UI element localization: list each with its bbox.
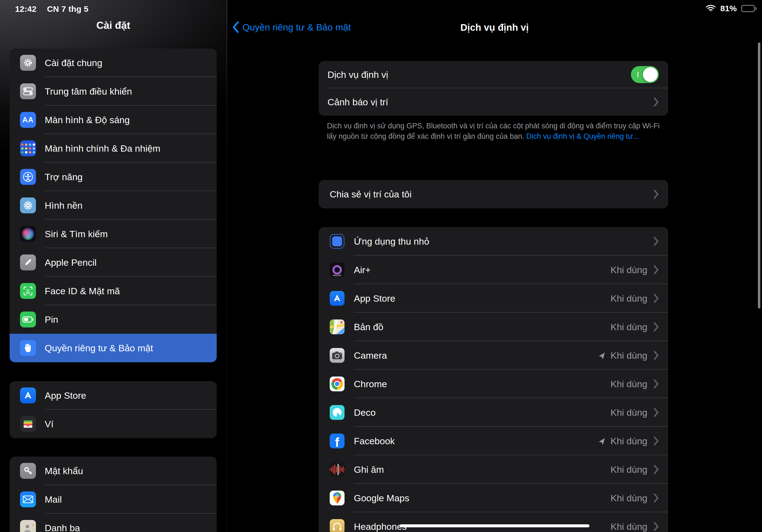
sidebar-group-store: App Store Ví <box>10 381 217 438</box>
voice-memos-icon <box>330 462 344 477</box>
sidebar-item-control-center[interactable]: Trung tâm điều khiển <box>10 77 217 106</box>
wallpaper-icon <box>20 197 36 213</box>
chevron-right-icon <box>653 293 659 303</box>
app-label: App Store <box>354 293 395 304</box>
gear-icon <box>20 55 36 71</box>
permission-value: Khi dùng <box>611 464 648 475</box>
app-label: Google Maps <box>354 493 409 503</box>
sidebar-item-general[interactable]: Cài đặt chung <box>10 48 217 77</box>
share-location-row[interactable]: Chia sẻ vị trí của tôi <box>319 180 668 208</box>
chevron-right-icon <box>653 408 659 418</box>
sidebar-item-privacy-security[interactable]: Quyền riêng tư & Bảo mật <box>10 334 217 362</box>
pencil-icon <box>20 255 36 270</box>
app-clips-icon <box>330 234 344 249</box>
accessibility-icon <box>20 169 36 185</box>
app-label: Ghi âm <box>354 464 384 475</box>
detail-pane: 81% Quyền riêng tư & Bảo mật Dịch vụ địn… <box>227 0 762 532</box>
app-row-camera[interactable]: Camera Khi dùng <box>319 341 668 370</box>
row-label: Chia sẻ vị trí của tôi <box>330 189 412 200</box>
app-row-google-maps[interactable]: Google Maps Khi dùng <box>319 484 668 512</box>
location-arrow-icon <box>598 437 607 445</box>
sidebar-item-apple-pencil[interactable]: Apple Pencil <box>10 248 217 277</box>
app-row-apple-maps[interactable]: Bản đồ Khi dùng <box>319 313 668 341</box>
row-label: Cảnh báo vị trí <box>328 97 388 108</box>
sidebar-item-passwords[interactable]: Mật khẩu <box>10 457 217 485</box>
sidebar-item-contacts[interactable]: Danh bạ <box>10 514 217 532</box>
sidebar-item-face-id[interactable]: Face ID & Mật mã <box>10 277 217 305</box>
sidebar-item-label: Trung tâm điều khiển <box>45 86 132 97</box>
chevron-right-icon <box>653 436 659 446</box>
permission-value: Khi dùng <box>611 350 648 361</box>
app-row-chrome[interactable]: Chrome Khi dùng <box>319 370 668 398</box>
mail-icon <box>20 492 36 507</box>
sidebar-item-mail[interactable]: Mail <box>10 485 217 514</box>
wifi-icon <box>706 4 716 13</box>
sidebar-title: Cài đặt <box>0 20 227 31</box>
location-services-toggle[interactable] <box>631 66 659 83</box>
chevron-right-icon <box>653 97 659 107</box>
app-row-deco[interactable]: Deco Khi dùng <box>319 398 668 427</box>
app-row-app-store[interactable]: App Store Khi dùng <box>319 284 668 313</box>
sidebar-item-home-screen[interactable]: Màn hình chính & Đa nhiệm <box>10 134 217 163</box>
sidebar-item-app-store[interactable]: App Store <box>10 381 217 410</box>
sidebar-item-battery[interactable]: Pin <box>10 305 217 334</box>
permission-value: Khi dùng <box>611 379 648 389</box>
app-label: Chrome <box>354 379 387 389</box>
app-row-app-clips[interactable]: Ứng dụng thu nhỏ <box>319 227 668 256</box>
sidebar: 12:42 CN 7 thg 5 Cài đặt Cài đặt chung T… <box>0 0 227 532</box>
sidebar-item-display-brightness[interactable]: AA Màn hình & Độ sáng <box>10 106 217 134</box>
sidebar-item-siri-search[interactable]: Siri & Tìm kiếm <box>10 220 217 248</box>
scrollbar[interactable] <box>758 42 760 309</box>
footer-privacy-link[interactable]: Dịch vụ định vị & Quyền riêng tư... <box>526 132 639 140</box>
sidebar-item-label: Ví <box>45 419 53 429</box>
sidebar-item-label: Pin <box>45 314 58 325</box>
app-store-icon <box>330 291 344 306</box>
google-maps-icon <box>330 491 344 505</box>
apple-maps-icon <box>330 320 344 334</box>
home-screen-icon <box>20 140 36 156</box>
display-brightness-icon: AA <box>20 112 36 128</box>
permission-value: Khi dùng <box>611 407 648 418</box>
sidebar-item-label: Màn hình & Độ sáng <box>45 114 130 125</box>
app-label: Facebook <box>354 436 395 446</box>
chrome-icon <box>330 376 344 391</box>
sidebar-item-label: Siri & Tìm kiếm <box>45 229 108 239</box>
status-bar-right: 81% <box>706 4 756 13</box>
headphones-icon <box>330 519 344 532</box>
status-bar-left: 12:42 CN 7 thg 5 <box>15 4 89 14</box>
sidebar-item-label: Cài đặt chung <box>45 58 102 68</box>
app-label: Camera <box>354 350 387 361</box>
home-indicator[interactable] <box>400 524 589 527</box>
sidebar-item-wallet[interactable]: Ví <box>10 410 217 438</box>
app-row-facebook[interactable]: f Facebook Khi dùng <box>319 427 668 455</box>
app-store-icon <box>20 388 36 403</box>
passwords-key-icon <box>20 463 36 479</box>
deco-icon <box>330 405 344 420</box>
app-row-airplus[interactable]: PHILIPS Air+ Khi dùng <box>319 256 668 284</box>
sidebar-item-label: Face ID & Mật mã <box>45 286 120 296</box>
camera-icon <box>330 348 344 363</box>
app-row-voice-memos[interactable]: Ghi âm Khi dùng <box>319 455 668 484</box>
sidebar-item-wallpaper[interactable]: Hình nền <box>10 191 217 220</box>
location-alerts-row[interactable]: Cảnh báo vị trí <box>319 88 668 116</box>
permission-value: Khi dùng <box>611 265 648 275</box>
chevron-right-icon <box>653 379 659 389</box>
location-services-footer: Dịch vụ định vị sử dụng GPS, Bluetooth v… <box>327 121 670 141</box>
sidebar-item-accessibility[interactable]: Trợ năng <box>10 163 217 191</box>
sidebar-item-label: Danh bạ <box>45 523 80 532</box>
location-arrow-icon <box>598 351 607 359</box>
app-row-headphones[interactable]: Headphones Khi dùng <box>319 512 668 532</box>
siri-icon <box>20 226 36 242</box>
sidebar-group-main: Cài đặt chung Trung tâm điều khiển AA Mà… <box>10 48 217 362</box>
facebook-icon: f <box>330 433 344 448</box>
sidebar-item-label: Trợ năng <box>45 172 83 182</box>
location-services-group: Dịch vụ định vị Cảnh báo vị trí <box>319 61 668 116</box>
chevron-right-icon <box>653 322 659 332</box>
contacts-icon <box>20 520 36 532</box>
chevron-right-icon <box>653 265 659 275</box>
row-label: Dịch vụ định vị <box>328 69 388 80</box>
app-label: Bản đồ <box>354 322 383 332</box>
sidebar-item-label: Apple Pencil <box>45 257 97 268</box>
sidebar-item-label: Quyền riêng tư & Bảo mật <box>45 343 153 353</box>
permission-value: Khi dùng <box>611 521 648 532</box>
